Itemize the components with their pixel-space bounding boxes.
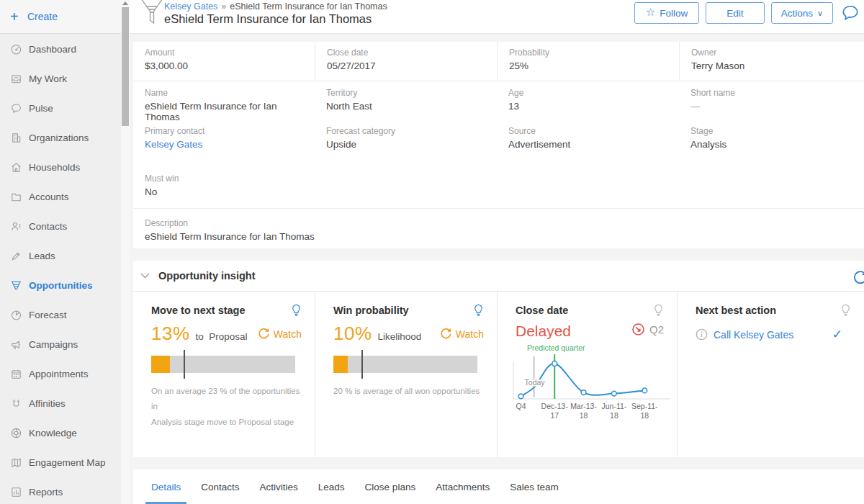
sidebar-item-label: Appointments (29, 369, 89, 379)
field-label: Close date (327, 48, 490, 58)
lightbulb-icon[interactable] (473, 304, 484, 317)
lightbulb-icon[interactable] (653, 304, 664, 317)
sidebar-item-label: Dashboard (29, 44, 76, 55)
fields-row-2: NameeShield Term Insurance for Ian Thoma… (133, 82, 864, 120)
sidebar-item-label: Reports (29, 487, 63, 498)
create-button[interactable]: + Create (0, 0, 130, 34)
fields-row-1: Amount$3,000.00 Close date05/27/2017 Pro… (133, 42, 864, 81)
sidebar-item-campaigns[interactable]: Campaigns (0, 330, 130, 359)
svg-text:Dec-13-: Dec-13- (541, 402, 569, 410)
watch-button[interactable]: Watch (258, 328, 302, 340)
edit-button[interactable]: Edit (706, 2, 765, 24)
sidebar-item-dashboard[interactable]: Dashboard (0, 35, 130, 64)
sidebar-item-label: Engagement Map (29, 457, 106, 468)
sidebar-item-label: Leads (29, 251, 55, 261)
svg-text:17: 17 (550, 411, 559, 420)
quarter-badge: Q2 (649, 323, 664, 336)
sidebar-item-reports[interactable]: Reports (0, 477, 130, 504)
lightbulb-icon[interactable] (291, 304, 302, 317)
info-icon[interactable] (696, 328, 708, 341)
svg-text:18: 18 (640, 411, 649, 420)
sidebar-item-label: Organizations (29, 132, 89, 143)
card-caption: 20 % is average of all won opportunities (333, 384, 484, 399)
star-icon: ☆ (646, 6, 655, 19)
breadcrumb-parent-link[interactable]: Kelsey Gates (164, 1, 217, 12)
sidebar-item-opportunities[interactable]: Opportunities (0, 271, 130, 300)
svg-text:18: 18 (580, 411, 588, 420)
refresh-icon[interactable] (852, 269, 864, 285)
actions-button[interactable]: Actions ∨ (771, 2, 833, 24)
plus-icon: + (10, 9, 27, 25)
fields-row-4: Must winNo (133, 168, 864, 204)
sidebar-item-organizations[interactable]: Organizations (0, 123, 130, 153)
sidebar-item-knowledge[interactable]: Knowledge (0, 418, 130, 448)
win-probability-card: Win probability 10% Likelihood Watch (315, 292, 497, 457)
watch-button[interactable]: Watch (440, 328, 484, 340)
average-marker (361, 350, 363, 379)
opportunity-funnel-icon (138, 0, 166, 30)
tab-activities[interactable]: Activities (250, 469, 308, 504)
scrollbar-thumb[interactable] (122, 7, 129, 126)
forecast-category-value: Upside (326, 139, 490, 150)
scroll-up-arrow-icon[interactable] (122, 1, 128, 5)
sidebar-item-appointments[interactable]: Appointments (0, 359, 130, 389)
contacts-icon (10, 220, 29, 233)
record-tabs-panel: DetailsContactsActivitiesLeadsClose plan… (133, 469, 864, 504)
sidebar-item-label: Forecast (29, 310, 67, 320)
sidebar-item-engagement-map[interactable]: Engagement Map (0, 448, 130, 477)
sidebar-item-affinities[interactable]: Affinities (0, 389, 130, 418)
tab-leads[interactable]: Leads (308, 469, 355, 504)
sidebar-item-label: Knowledge (29, 428, 77, 438)
tab-sales-team[interactable]: Sales team (500, 469, 569, 504)
tab-close-plans[interactable]: Close plans (355, 469, 426, 504)
forecast-icon (10, 309, 29, 321)
stage-percent: 13% (151, 323, 190, 345)
tab-details[interactable]: Details (141, 469, 191, 504)
progress-fill (333, 356, 348, 373)
pulse-icon (10, 102, 29, 114)
sidebar-item-label: Contacts (29, 221, 67, 232)
appointments-icon (10, 368, 29, 380)
breadcrumb-current: eShield Term Insurance for Ian Thomas (230, 1, 387, 12)
page-header: Kelsey Gates»eShield Term Insurance for … (130, 0, 864, 34)
svg-text:Mar-13-: Mar-13- (570, 402, 597, 410)
chat-bubble-icon[interactable] (841, 4, 860, 22)
card-title: Win probability (333, 305, 409, 316)
stage-value: Analysis (690, 139, 857, 150)
tabbar: DetailsContactsActivitiesLeadsClose plan… (133, 469, 864, 504)
field-label: Probability (509, 48, 672, 58)
rescheduled-icon[interactable] (631, 323, 645, 336)
leads-icon (10, 250, 29, 262)
svg-text:Predicted quarter: Predicted quarter (527, 343, 585, 352)
sidebar-item-leads[interactable]: Leads (0, 241, 130, 271)
sidebar-item-accounts[interactable]: Accounts (0, 182, 130, 212)
progress-fill (151, 356, 170, 373)
page-title: eShield Term Insurance for Ian Thomas (164, 12, 372, 26)
insight-cards: Move to next stage 13% to Proposal Watch (133, 292, 864, 457)
territory-value: North East (326, 101, 490, 112)
primary-contact-link[interactable]: Kelsey Gates (145, 139, 307, 150)
follow-button[interactable]: ☆ Follow (634, 2, 699, 24)
field-label: Amount (145, 48, 307, 58)
sidebar-item-contacts[interactable]: Contacts (0, 212, 130, 241)
svg-text:18: 18 (610, 411, 618, 420)
sidebar-item-label: Accounts (29, 192, 69, 202)
sidebar-item-label: Campaigns (29, 339, 78, 350)
tab-attachments[interactable]: Attachments (426, 469, 500, 504)
stage-progress-bar (151, 356, 295, 373)
affinities-icon (10, 397, 29, 410)
lightbulb-icon[interactable] (840, 304, 851, 317)
tab-contacts[interactable]: Contacts (191, 469, 249, 504)
sidebar-scrollbar[interactable] (121, 0, 130, 504)
sidebar-item-my-work[interactable]: My Work (0, 64, 130, 94)
chevron-down-icon: ∨ (817, 9, 823, 18)
sidebar-item-households[interactable]: Households (0, 153, 130, 182)
collapse-chevron-icon[interactable] (140, 273, 150, 279)
next-action-link[interactable]: Call Kelsey Gates (714, 329, 793, 341)
knowledge-icon (10, 427, 29, 439)
dashboard-icon (10, 43, 29, 55)
card-title: Close date (516, 305, 568, 316)
sidebar-item-pulse[interactable]: Pulse (0, 94, 130, 123)
sidebar-item-forecast[interactable]: Forecast (0, 300, 130, 330)
complete-check-icon[interactable]: ✓ (832, 327, 842, 342)
